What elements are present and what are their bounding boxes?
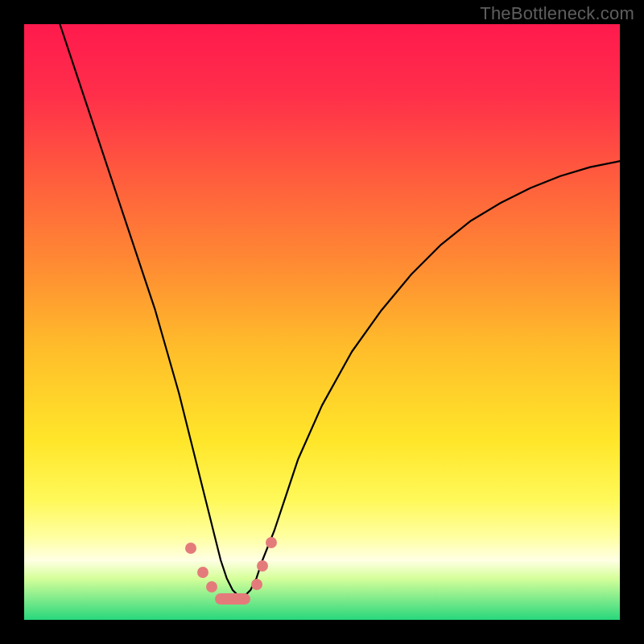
plot-area: [24, 24, 620, 620]
bottleneck-curve: [24, 24, 620, 620]
watermark-text: TheBottleneck.com: [480, 3, 634, 24]
marker-dot: [197, 567, 208, 578]
chart-frame: TheBottleneck.com: [0, 0, 644, 644]
curve-path: [60, 24, 620, 596]
marker-pill: [215, 593, 250, 605]
marker-dot: [266, 537, 277, 548]
marker-dot: [185, 543, 196, 554]
marker-dot: [257, 560, 268, 572]
marker-dot: [206, 581, 217, 592]
marker-dot: [251, 579, 262, 590]
